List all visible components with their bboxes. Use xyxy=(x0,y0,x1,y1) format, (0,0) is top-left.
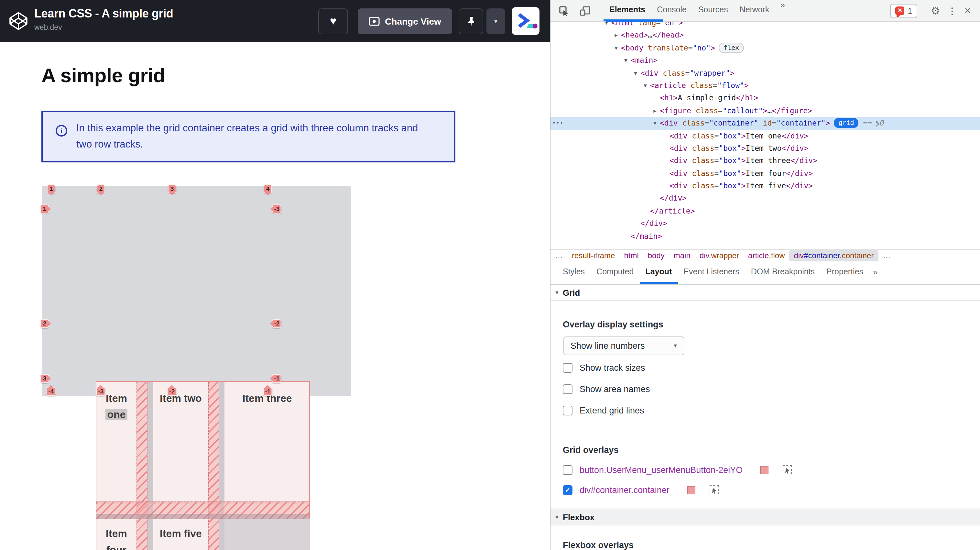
checkbox[interactable] xyxy=(563,384,573,394)
grid-line-badge: -3 xyxy=(96,387,106,396)
triangle-right-icon[interactable]: ▶ xyxy=(651,105,659,117)
error-count: 1 xyxy=(908,6,912,15)
devtools-toolbar: ElementsConsoleSourcesNetwork» ✕ 1 ⚙ ⋮ ✕ xyxy=(550,0,980,22)
grid-line-badge: -2 xyxy=(272,319,282,328)
grid-line-badge: 1 xyxy=(47,184,55,193)
triangle-down-icon[interactable]: ▼ xyxy=(632,67,639,80)
flexbox-overlays-title: Flexbox overlays xyxy=(563,540,633,550)
checkbox[interactable]: ✓ xyxy=(563,485,573,495)
row-overflow-dots-icon[interactable]: ••• xyxy=(552,117,564,130)
reveal-element-icon[interactable] xyxy=(783,465,792,474)
breadcrumb-item[interactable]: div.wrapper xyxy=(695,249,744,261)
dom-tree-row[interactable]: ▼<div class="wrapper"> xyxy=(550,67,980,80)
tab-event-listeners[interactable]: Event Listeners xyxy=(678,261,745,284)
triangle-down-icon[interactable]: ▼ xyxy=(651,117,659,130)
tab-dom-breakpoints[interactable]: DOM Breakpoints xyxy=(745,261,821,284)
gear-icon[interactable]: ⚙ xyxy=(929,5,941,16)
grid-section-header[interactable]: ▼ Grid xyxy=(550,285,980,301)
breadcrumb-item[interactable]: html xyxy=(619,249,643,261)
info-icon: i xyxy=(56,125,67,137)
dom-tree-row[interactable]: </div> xyxy=(550,193,980,205)
screenshot-root: Learn CSS - A simple grid web.dev ♥ Chan… xyxy=(0,0,980,550)
triangle-right-icon[interactable]: ▶ xyxy=(612,29,620,42)
setting-row: Extend grid lines xyxy=(563,405,644,415)
like-button[interactable]: ♥ xyxy=(318,8,348,34)
breadcrumb-item[interactable]: div#container.container xyxy=(789,249,878,261)
breadcrumb-item[interactable]: body xyxy=(643,249,669,261)
tab-styles[interactable]: Styles xyxy=(557,261,590,284)
avatar-logo-icon xyxy=(514,9,538,33)
more-sidebar-tabs-icon[interactable]: » xyxy=(869,261,881,284)
inspect-icon[interactable] xyxy=(558,5,570,16)
grid-item: Item three xyxy=(224,382,310,502)
reveal-element-icon[interactable] xyxy=(710,485,719,494)
dom-tree-row[interactable]: <div class="box">Item four</div> xyxy=(550,167,980,180)
grid-line-badge: -1 xyxy=(263,387,273,396)
dom-tree-row[interactable]: <div class="box">Item one</div> xyxy=(550,130,980,142)
avatar[interactable] xyxy=(512,7,539,35)
error-counter[interactable]: ✕ 1 xyxy=(891,3,917,18)
devtools-tab-sources[interactable]: Sources xyxy=(692,0,734,21)
kebab-menu-icon[interactable]: ⋮ xyxy=(947,5,958,16)
view-dropdown-button[interactable]: ▼ xyxy=(487,8,505,34)
breadcrumb-overflow[interactable]: … xyxy=(878,249,895,261)
grid-line-badge: -1 xyxy=(272,374,282,383)
overlay-color-swatch[interactable] xyxy=(760,466,768,474)
triangle-down-icon[interactable]: ▼ xyxy=(642,80,649,92)
breadcrumb-item[interactable]: main xyxy=(669,249,695,261)
overlay-element-label: button.UserMenu_userMenuButton-2eiYO xyxy=(579,465,743,475)
select-arrow-icon: ▼ xyxy=(673,337,678,355)
page-title: A simple grid xyxy=(41,64,165,88)
breadcrumb-item[interactable]: result-iframe xyxy=(567,249,619,261)
overlay-color-swatch[interactable] xyxy=(687,486,695,494)
dom-tree-row[interactable]: </main> xyxy=(550,230,980,243)
triangle-down-icon[interactable]: ▼ xyxy=(622,54,629,67)
grid-line-badge: 2 xyxy=(40,319,49,328)
dom-tree-row[interactable]: </div> xyxy=(550,218,980,230)
tab-properties[interactable]: Properties xyxy=(821,261,869,284)
checkbox[interactable] xyxy=(563,465,573,475)
section-divider xyxy=(550,428,980,428)
dom-tree-row[interactable]: <h1>A simple grid</h1> xyxy=(550,92,980,105)
breadcrumb-overflow[interactable]: … xyxy=(550,249,567,261)
dom-tree-row[interactable]: ▶<figure class="callout">…</figure> xyxy=(550,105,980,117)
triangle-down-icon[interactable]: ▼ xyxy=(612,42,620,55)
grid-badge[interactable]: grid xyxy=(834,118,858,128)
checkbox-label: Extend grid lines xyxy=(579,405,644,415)
change-view-label: Change View xyxy=(385,16,441,27)
flex-badge[interactable]: flex xyxy=(719,43,744,53)
dom-tree-row[interactable]: ▼<article class="flow"> xyxy=(550,80,980,92)
dom-tree-row[interactable]: <div class="box">Item two</div> xyxy=(550,142,980,155)
codepen-logo-icon[interactable] xyxy=(8,11,29,31)
dom-tree-row[interactable]: </article> xyxy=(550,205,980,218)
setting-row: Show track sizes xyxy=(563,362,645,373)
grid-item: Item five xyxy=(153,519,208,550)
error-badge-icon: ✕ xyxy=(896,6,905,15)
device-toolbar-icon[interactable] xyxy=(579,5,590,16)
dom-tree-row[interactable]: ▶<head>…</head> xyxy=(550,29,980,42)
checkbox-label: Show area names xyxy=(579,384,650,394)
tab-layout[interactable]: Layout xyxy=(640,261,678,284)
dom-tree-row[interactable]: <div class="box">Item three</div> xyxy=(550,155,980,167)
dom-tree-row[interactable]: ▼<body translate="no">flex xyxy=(550,42,980,55)
flexbox-section-header[interactable]: ▼ Flexbox xyxy=(550,509,980,525)
tab-computed[interactable]: Computed xyxy=(590,261,640,284)
devtools-tab-console[interactable]: Console xyxy=(651,0,692,21)
devtools-panel: ▼<html lang="en">▶<head>…</head>▼<body t… xyxy=(550,0,980,550)
pen-author[interactable]: web.dev xyxy=(34,23,173,31)
close-icon[interactable]: ✕ xyxy=(962,5,974,16)
line-numbers-select[interactable]: Show line numbers ▼ xyxy=(563,336,684,355)
breadcrumb-item[interactable]: article.flow xyxy=(744,249,789,261)
pin-button[interactable] xyxy=(459,8,483,34)
devtools-tab-elements[interactable]: Elements xyxy=(603,0,651,21)
dom-tree-row[interactable]: <div class="box">Item five</div> xyxy=(550,180,980,193)
more-tabs-icon[interactable]: » xyxy=(775,0,790,21)
dom-tree-row[interactable]: •••▼<div class="container" id="container… xyxy=(550,117,980,130)
change-view-button[interactable]: Change View xyxy=(358,8,452,34)
dom-tree: ▼<html lang="en">▶<head>…</head>▼<body t… xyxy=(550,17,980,243)
dom-tree-row[interactable]: ▼<main> xyxy=(550,54,980,67)
devtools-tab-network[interactable]: Network xyxy=(734,0,775,21)
checkbox[interactable] xyxy=(563,363,573,372)
setting-row: Show area names xyxy=(563,384,650,394)
checkbox[interactable] xyxy=(563,405,573,415)
